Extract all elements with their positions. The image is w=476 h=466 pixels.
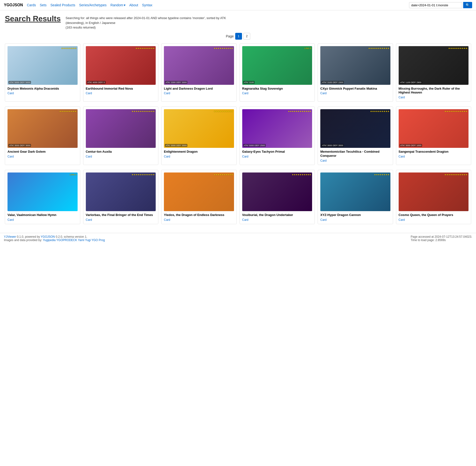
nav-link-sets[interactable]: Sets xyxy=(40,3,47,7)
card-type-link[interactable]: Card xyxy=(86,92,92,95)
card-type-link[interactable]: Card xyxy=(8,155,14,158)
nav-link-random[interactable]: Random xyxy=(110,3,123,7)
card-type-link[interactable]: Card xyxy=(164,155,170,158)
card-type-link[interactable]: Card xyxy=(320,159,327,162)
card-stars: ★★★★★★★★★★ xyxy=(214,174,233,176)
card-atk: ATK/ 3100 xyxy=(243,81,255,84)
card-grid-row2: ATK/ 3000 DEF/ 3000★★★★★★★★★Ancient Gear… xyxy=(5,106,471,165)
card-item-vouiburial[interactable]: ★★★★★★★★★★Vouiburial, the Dragon Underta… xyxy=(240,170,315,224)
search-results-count: (163 results returned) xyxy=(65,26,96,29)
page-btn-1[interactable]: 1 xyxy=(235,33,242,40)
nav-link-about[interactable]: About xyxy=(129,3,138,7)
card-grid-row1: ATK/ 5000 DEF/ 5000★★★★★★★★Drytron Meteo… xyxy=(5,44,471,102)
card-name: CXyz Gimmick Puppet Fanatix Makina xyxy=(320,87,377,91)
nav-random-container: Random ▾ xyxy=(110,3,125,7)
card-stars: ★★★★★★★★★★★ xyxy=(368,47,390,49)
yaml-yugi-link[interactable]: Yaml Yugi xyxy=(78,238,91,242)
card-stars: ★★★★★★★★★★ xyxy=(214,110,233,113)
ygoprodeck-link[interactable]: YGOPRODECK xyxy=(56,238,77,242)
card-type-link[interactable]: Card xyxy=(86,218,92,221)
card-type-link[interactable]: Card xyxy=(399,218,405,221)
card-item-cxyz-gimmick[interactable]: ATK/ 3100 DEF/ 1500★★★★★★★★★★★CXyz Gimmi… xyxy=(318,44,393,102)
card-name: Yledos, the Dragon of Endless Darkness xyxy=(164,213,224,217)
access-info: Page accessed at 2024-07-12T13:24:57.040… xyxy=(411,235,472,238)
search-input[interactable] xyxy=(409,2,462,8)
card-type-link[interactable]: Card xyxy=(164,218,170,221)
card-type-link[interactable]: Card xyxy=(242,92,248,95)
card-type-link[interactable]: Card xyxy=(8,218,14,221)
card-type-link[interactable]: Card xyxy=(8,92,14,95)
card-item-valar-vaalmonican[interactable]: LINK-5Valar, Vaalmonican Hallow HymnCard xyxy=(5,170,80,224)
card-name: Drytron Meteonis Alpha Draconids xyxy=(8,87,59,91)
search-description-container: Searching for: all things who were relea… xyxy=(65,14,235,30)
card-name: Light and Darkness Dragon Lord xyxy=(164,87,213,91)
card-item-galaxy-eyes-tachyon-primal[interactable]: ATK/ 5000 DEF/ 2500★★★★★★★★★★★★Galaxy-Ey… xyxy=(240,106,315,165)
nav-link-cards[interactable]: Cards xyxy=(27,3,36,7)
card-stars: ★★★★★★★★★★★★ xyxy=(444,174,467,176)
card-name: Missing Burroughs, the Dark Ruler of the… xyxy=(399,87,469,95)
card-name: Ancient Gear Dark Golem xyxy=(8,150,46,154)
card-grid-row3: LINK-5Valar, Vaalmonican Hallow HymnCard… xyxy=(5,170,471,224)
card-type-link[interactable]: Card xyxy=(320,218,327,221)
ygojson-link[interactable]: YGOJSON xyxy=(41,235,55,238)
card-stars: ★★★★★★★★★★★★ xyxy=(132,110,155,113)
page-label: Page xyxy=(226,34,234,38)
nav-link-syntax[interactable]: Syntax xyxy=(142,3,152,7)
card-name: Cosmo Queen, the Queen of Prayers xyxy=(399,213,453,217)
card-item-drytron-meteonis[interactable]: ATK/ 5000 DEF/ 5000★★★★★★★★Drytron Meteo… xyxy=(5,44,80,102)
card-name: Centur-Ion Auxila xyxy=(86,150,112,154)
card-name: Earthbound Immortal Red Nova xyxy=(86,87,133,91)
page-btn-2[interactable]: 2 xyxy=(244,33,250,40)
card-stars: ★★★★★★★★★★★★ xyxy=(288,110,311,113)
card-item-light-darkness-dragon-lord[interactable]: ATK/ 3300 DEF/ 3000★★★★★★★★★★Light and D… xyxy=(161,44,237,102)
card-item-mementomictlan[interactable]: ATK/ 3000 DEF/ 3000★★★★★★★★★★Mementomict… xyxy=(318,106,393,165)
card-item-varlorbas[interactable]: ★★★★★★★★★★★★Varlorbas, the Final Bringer… xyxy=(83,170,159,224)
card-type-link[interactable]: Card xyxy=(399,155,405,158)
nav-link-series-archetypes[interactable]: Series/Archetypes xyxy=(79,3,107,7)
card-atk: ATK/ 4000 DEF/ 0 xyxy=(87,81,106,84)
card-item-xyz-hyper-dragon-cannon[interactable]: ★★★★★★★★XYZ-Hyper Dragon CannonCard xyxy=(318,170,393,224)
yjviewer-link[interactable]: YJViewer xyxy=(4,235,16,238)
card-item-yledos[interactable]: ★★★★★★★★★★Yledos, the Dragon of Endless … xyxy=(161,170,237,224)
card-type-link[interactable]: Card xyxy=(164,92,170,95)
card-item-earthbound-immortal[interactable]: ATK/ 4000 DEF/ 0★★★★★★★★★★Earthbound Imm… xyxy=(83,44,159,102)
search-header: Search Results Searching for: all things… xyxy=(5,14,471,30)
card-item-enlightenment-dragon[interactable]: ATK/ 3000 DEF/ 3000★★★★★★★★★★Enlightenme… xyxy=(161,106,237,165)
card-type-link[interactable]: Card xyxy=(86,155,92,158)
card-name: Valar, Vaalmonican Hallow Hymn xyxy=(8,213,56,217)
ygo-prog-link[interactable]: YGO Prog xyxy=(91,238,105,242)
card-stars: ★★★★★★★★★★ xyxy=(448,47,467,49)
nav-link-sealed-products[interactable]: Sealed Products xyxy=(50,3,75,7)
credit-text: Images and data provided by: xyxy=(4,238,42,242)
card-type-link[interactable]: Card xyxy=(242,155,248,158)
card-atk: ATK/ 3000 DEF/ 3000 xyxy=(9,144,31,147)
card-stars: ★★★★★★★★★★★★ xyxy=(132,174,155,176)
card-atk: ATK/ 3000 DEF/ 3000 xyxy=(165,144,187,147)
dropdown-arrow-icon[interactable]: ▾ xyxy=(124,3,125,7)
card-item-ragnaraika-stag[interactable]: ATK/ 3100LINK-8Ragnaraika Stag Sovereign… xyxy=(240,44,315,102)
load-time: Time to load page: 2.8569s xyxy=(411,238,472,242)
card-atk: ATK/ 3000 DEF/ 3000 xyxy=(321,144,344,147)
card-type-link[interactable]: Card xyxy=(242,218,248,221)
card-name: Enlightenment Dragon xyxy=(164,150,197,154)
footer-left: YJViewer 0.1.0, powered by YGOJSON 0.2.0… xyxy=(4,235,105,242)
card-type-link[interactable]: Card xyxy=(320,92,327,95)
card-item-ancient-gear-dark-golem[interactable]: ATK/ 3000 DEF/ 3000★★★★★★★★★Ancient Gear… xyxy=(5,106,80,165)
card-name: Ragnaraika Stag Sovereign xyxy=(242,87,283,91)
card-name: Varlorbas, the Final Bringer of the End … xyxy=(86,213,153,217)
card-item-centur-ion-auxila[interactable]: ★★★★★★★★★★★★Centur-Ion AuxilaCard xyxy=(83,106,159,165)
card-stars: ★★★★★★★★ xyxy=(374,174,390,176)
yugipedia-link[interactable]: Yugipedia xyxy=(43,238,56,242)
search-button[interactable]: 🔍 xyxy=(463,2,472,8)
card-stars: ★★★★★★★★ xyxy=(61,47,77,49)
main-content: Search Results Searching for: all things… xyxy=(0,10,476,233)
card-item-cosmo-queen[interactable]: ★★★★★★★★★★★★Cosmo Queen, the Queen of Pr… xyxy=(396,170,471,224)
page-title: Search Results xyxy=(5,14,61,23)
card-item-missing-burroughs[interactable]: ATK/ 1100 DEF/ 2900★★★★★★★★★★Missing Bur… xyxy=(396,44,471,102)
card-name: Vouiburial, the Dragon Undertaker xyxy=(242,213,293,217)
card-item-sangenpai-transcendent[interactable]: ATK/ 3000 DEF/ 1000★★★★★★★★★★★★Sangenpai… xyxy=(396,106,471,165)
card-type-link[interactable]: Card xyxy=(399,96,405,99)
nav-brand[interactable]: YGOJSON xyxy=(4,3,23,7)
footer-right: Page accessed at 2024-07-12T13:24:57.040… xyxy=(411,235,472,242)
card-stars: ★★★★★★★★★★ xyxy=(135,47,155,49)
